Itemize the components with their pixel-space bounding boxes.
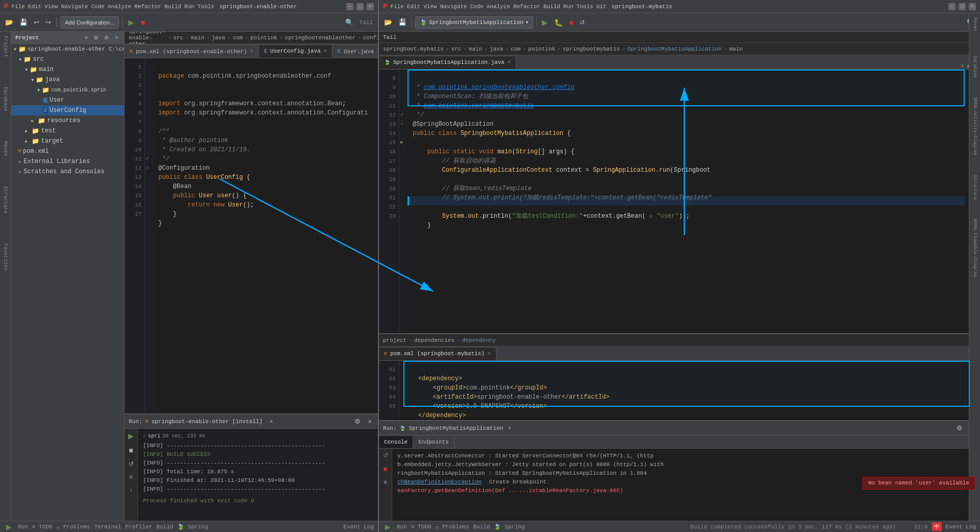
- tree-item-test[interactable]: ▸ 📁 test: [11, 126, 124, 136]
- left-menu-analyze[interactable]: Analyze: [108, 4, 131, 10]
- run-close-btn[interactable]: ×: [366, 417, 374, 426]
- right-status-todo[interactable]: ≡ TODO: [411, 524, 432, 530]
- bc-pointink[interactable]: pointink: [250, 35, 277, 41]
- rbb-dep[interactable]: dependency: [462, 337, 496, 343]
- right-status-cn[interactable]: 中: [932, 522, 942, 531]
- project-expand-btn[interactable]: ⊞: [92, 34, 100, 41]
- database-right-icon[interactable]: Database: [972, 54, 977, 80]
- right-status-problems[interactable]: ⚠ Problems: [435, 523, 469, 530]
- right-tb-save[interactable]: 💾: [396, 17, 409, 27]
- minimize-btn[interactable]: ─: [346, 3, 353, 10]
- right-run-close-tab[interactable]: ×: [506, 424, 513, 432]
- left-status-todo[interactable]: ≡ TODO: [32, 524, 53, 530]
- rbc-app[interactable]: SpringbootMybatisApplication: [628, 46, 722, 52]
- pom-right-tab-close[interactable]: ×: [488, 351, 491, 357]
- left-menu-file[interactable]: File: [11, 4, 25, 10]
- rbc-main2[interactable]: main: [729, 46, 743, 52]
- right-menu-refactor[interactable]: Refactor: [513, 4, 540, 10]
- tree-item-scratches[interactable]: ▸ Scratches and Consoles: [11, 167, 124, 177]
- left-status-problems[interactable]: ⚠ Problems: [56, 523, 90, 530]
- project-settings-btn[interactable]: ⚙: [102, 34, 111, 41]
- right-menu-tools[interactable]: Tools: [577, 4, 593, 10]
- right-run-title[interactable]: SpringbootMybatisApplication: [409, 425, 503, 431]
- left-status-build[interactable]: Build: [156, 524, 173, 530]
- exception-link[interactable]: chBeanDefinitionException: [397, 479, 482, 485]
- tab-userconfig[interactable]: C UserConfig.java ×: [259, 44, 332, 58]
- project-sort-btn[interactable]: ≡: [83, 34, 90, 41]
- toolbar-save-btn[interactable]: 💾: [17, 17, 30, 27]
- tree-item-java[interactable]: ▾ 📁 java: [11, 75, 124, 85]
- run-settings-btn[interactable]: ⚙: [352, 417, 363, 426]
- run-title[interactable]: springboot-enable-other [install]: [151, 419, 262, 425]
- bc-com[interactable]: com: [233, 35, 243, 41]
- bc-main[interactable]: main: [191, 35, 204, 41]
- bpmn-flowable-right[interactable]: BPMN-Flowable-Diagram: [972, 217, 977, 279]
- right-menu-view[interactable]: View: [423, 4, 437, 10]
- tree-item-target[interactable]: ▸ 📁 target: [11, 136, 124, 146]
- left-menu-code[interactable]: Code: [91, 4, 104, 10]
- left-status-event-log[interactable]: Event Log: [344, 524, 374, 530]
- right-tab-endpoints[interactable]: Endpoints: [413, 436, 454, 448]
- run-close-tab-btn[interactable]: ×: [268, 418, 275, 425]
- rbc-java[interactable]: java: [490, 46, 503, 52]
- right-close-btn[interactable]: ×: [969, 3, 976, 10]
- tree-item-pom[interactable]: M pom.xml: [11, 146, 124, 156]
- tree-item-user[interactable]: C User: [11, 95, 124, 105]
- right-rerun-btn[interactable]: ↺: [381, 451, 390, 460]
- create-breakpoint-btn[interactable]: Create breakpoint: [489, 479, 546, 485]
- rbc-main[interactable]: main: [469, 46, 482, 52]
- left-menu-refactor[interactable]: Refactor: [134, 4, 161, 10]
- left-code-editor[interactable]: 12345 678910 1112131415 1617 ✓ ✓: [125, 58, 378, 413]
- right-menu-code[interactable]: Code: [470, 4, 483, 10]
- rbb-project[interactable]: project: [383, 337, 407, 343]
- rbc-src[interactable]: src: [451, 46, 461, 52]
- project-close-btn[interactable]: ×: [113, 34, 120, 41]
- left-menu-run[interactable]: Run: [184, 4, 195, 10]
- run-rerun-btn[interactable]: ↺: [127, 459, 136, 469]
- pom-tab-close[interactable]: ×: [250, 49, 253, 54]
- run-stop-btn[interactable]: ■: [127, 445, 135, 455]
- left-status-spring[interactable]: 🍃 Spring: [177, 523, 208, 530]
- right-tb-open[interactable]: 📂: [382, 17, 394, 27]
- right-menu-edit[interactable]: Edit: [407, 4, 420, 10]
- right-stop-btn[interactable]: ■: [567, 17, 575, 28]
- right-menu-run[interactable]: Run: [563, 4, 573, 10]
- right-maximize-btn[interactable]: □: [959, 3, 966, 10]
- close-btn[interactable]: ×: [367, 3, 374, 10]
- right-menu-analyze[interactable]: Analyze: [487, 4, 510, 10]
- right-bottom-code-content[interactable]: <dependency> <groupId>com.pointink</grou…: [399, 361, 980, 420]
- right-run-settings[interactable]: ⚙: [954, 423, 965, 433]
- right-top-code-content[interactable]: * com.pointink.springbootenableother.con…: [409, 70, 980, 333]
- bpmn-activity-right[interactable]: BPMN-Activity-Diagram: [972, 95, 977, 157]
- run-play-btn[interactable]: ▶: [126, 431, 136, 441]
- left-status-profiler[interactable]: Profiler: [125, 524, 152, 530]
- project-side-icon[interactable]: Project: [3, 34, 8, 59]
- right-status-event-log[interactable]: Event Log: [946, 524, 976, 530]
- toolbar-undo-btn[interactable]: ↩: [32, 17, 41, 27]
- console-line-4[interactable]: chBeanDefinitionException Create breakpo…: [397, 478, 975, 487]
- right-run-btn[interactable]: ▶: [540, 17, 550, 28]
- tree-item-package[interactable]: ▾ 📁 com.pointink.sprin: [11, 85, 124, 95]
- right-menu-git[interactable]: Git: [596, 4, 607, 10]
- right-bottom-code[interactable]: 6162636465 <dependency> <groupId>com.poi…: [379, 361, 980, 420]
- tree-item-src[interactable]: ▾ 📁 src: [11, 54, 124, 64]
- structure-side-icon[interactable]: Structure: [3, 184, 8, 216]
- bc-src[interactable]: src: [173, 35, 183, 41]
- right-debug-btn[interactable]: 🐛: [552, 17, 565, 28]
- bc-pkg[interactable]: springbootenableother: [285, 35, 356, 41]
- rbc-pointink[interactable]: pointink: [528, 46, 555, 52]
- right-minimize-btn[interactable]: ─: [948, 3, 955, 10]
- search-btn[interactable]: 🔍: [343, 17, 355, 27]
- left-menu-navigate[interactable]: Navigate: [61, 4, 88, 10]
- bc-config[interactable]: config: [363, 35, 378, 41]
- tree-item-main[interactable]: ▾ 📁 main: [11, 64, 124, 75]
- right-menu-build[interactable]: Build: [543, 4, 560, 10]
- run-btn[interactable]: ▶: [126, 17, 136, 28]
- tab-user[interactable]: C User.java ×: [332, 44, 378, 58]
- database-side-icon[interactable]: Database: [3, 85, 8, 113]
- right-stop-run-btn[interactable]: ■: [381, 464, 390, 474]
- tree-item-userconfig[interactable]: C UserConfig: [11, 105, 124, 115]
- add-configuration-button[interactable]: Add Configuration...: [60, 16, 119, 29]
- right-status-run-btn[interactable]: ▶: [383, 522, 393, 532]
- left-status-terminal[interactable]: Terminal: [94, 524, 121, 530]
